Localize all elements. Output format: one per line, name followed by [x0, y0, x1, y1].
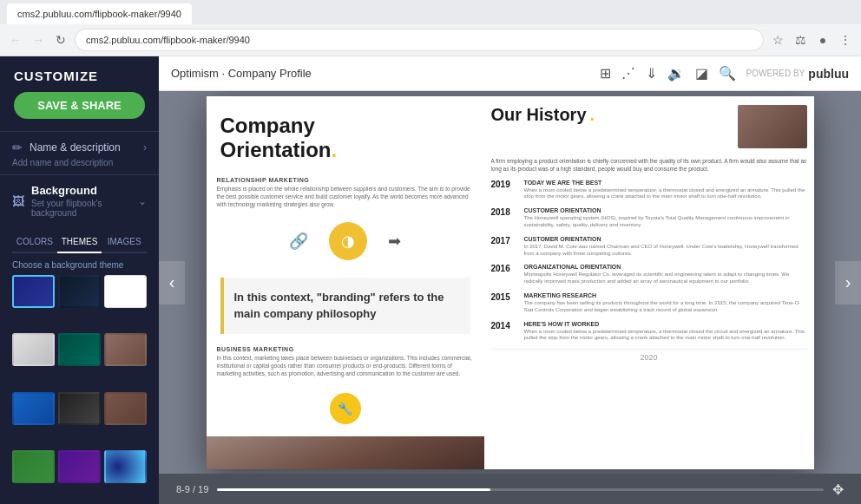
link-icon: 🔗 — [289, 232, 308, 251]
star-icon[interactable]: ☆ — [769, 31, 786, 49]
book-spread: CompanyOrientation. RELATIONSHIP MARKETI… — [207, 96, 814, 469]
content-2014: HERE'S HOW IT WORKED When a room cooled … — [524, 321, 807, 343]
flipbook-viewer: ‹ CompanyOrientation. RELATIONSHIP MARKE… — [159, 91, 861, 474]
rel-marketing-title: RELATIONSHIP MARKETING — [217, 177, 474, 183]
previous-page-button[interactable]: ‹ — [159, 261, 185, 304]
refresh-button[interactable]: ↻ — [52, 31, 69, 49]
tab-images[interactable]: IMAGES — [102, 232, 147, 253]
branding-icon: 🔧 — [330, 393, 361, 424]
business-marketing: BUSINESS MARKETING In this context, mark… — [207, 343, 484, 381]
active-tab[interactable]: cms2.publuu.com/flipbook-maker/9940 — [7, 3, 192, 24]
image-icon: 🖼 — [12, 194, 24, 208]
sidebar: CUSTOMIZE SAVE & SHARE ✏ Name & descript… — [0, 56, 159, 504]
theme-teal-dark[interactable] — [58, 333, 101, 366]
history-column: Our History. A firm employing a product … — [484, 96, 814, 469]
share-icon[interactable]: ⋰ — [621, 65, 635, 82]
zoom-icon[interactable]: 🔍 — [719, 65, 736, 82]
theme-purple[interactable] — [58, 450, 101, 483]
title-2017: CUSTOMER ORIENTATION — [524, 236, 807, 242]
choose-theme-label: Choose a background theme — [0, 260, 159, 275]
address-text: cms2.publuu.com/flipbook-maker/9940 — [86, 35, 250, 45]
menu-icon[interactable]: ⋮ — [837, 31, 854, 49]
pencil-icon: ✏ — [12, 141, 23, 154]
screen-icon[interactable]: ◪ — [695, 65, 708, 82]
biz-marketing-text: In this context, marketing takes place b… — [217, 354, 474, 377]
relationship-marketing: RELATIONSHIP MARKETING Emphasis is place… — [207, 172, 484, 213]
title-2019: TODAY WE ARE THE BEST — [524, 180, 807, 186]
biz-marketing-title: BUSINESS MARKETING — [217, 346, 474, 352]
history-dot: . — [590, 105, 595, 125]
tab-themes[interactable]: THEMES — [57, 232, 102, 253]
theme-gray-light[interactable] — [12, 333, 55, 366]
name-description-sublabel: Add name and description — [0, 158, 159, 174]
name-description-label: Name & description — [30, 141, 121, 154]
fullscreen-icon[interactable]: ✥ — [832, 481, 844, 498]
year-2019: 2019 — [491, 180, 519, 201]
content-area: Optimism · Company Profile ⊞ ⋰ ⇓ 🔉 ◪ 🔍 P… — [159, 56, 861, 504]
browser-toolbar: ← → ↻ cms2.publuu.com/flipbook-maker/994… — [0, 24, 861, 56]
content-2019: TODAY WE ARE THE BEST When a room cooled… — [524, 180, 807, 201]
volume-icon[interactable]: 🔉 — [667, 65, 685, 82]
download-icon[interactable]: ⇓ — [646, 65, 657, 82]
text-2017: In 2017, David M. Cote was named Chairma… — [524, 244, 807, 258]
history-heading: Our History. — [491, 105, 595, 125]
year-2018: 2018 — [491, 207, 519, 229]
theme-abstract-blue[interactable] — [104, 450, 147, 483]
forward-button[interactable]: → — [30, 31, 47, 49]
right-page-year: 2020 — [491, 349, 807, 362]
timeline-item-2016: 2016 ORGANIZATIONAL ORIENTATION Minneapo… — [491, 264, 807, 285]
app-container: CUSTOMIZE SAVE & SHARE ✏ Name & descript… — [0, 56, 861, 504]
background-section: 🖼 Background Set your flipbook's backgro… — [0, 175, 159, 232]
content-2017: CUSTOMER ORIENTATION In 2017, David M. C… — [524, 236, 807, 258]
address-bar[interactable]: cms2.publuu.com/flipbook-maker/9940 — [75, 29, 764, 51]
progress-bar-fill — [217, 488, 490, 491]
next-page-button[interactable]: › — [835, 261, 861, 304]
branding-icon-row: 🔧 — [207, 381, 484, 436]
history-intro: A firm employing a product orientation i… — [491, 157, 807, 173]
tab-colors[interactable]: COLORS — [12, 232, 57, 253]
theme-dark-blue2[interactable] — [12, 392, 55, 425]
background-header: 🖼 Background Set your flipbook's backgro… — [12, 184, 147, 218]
title-2015: MARKETING RESEARCH — [524, 292, 807, 298]
back-button[interactable]: ← — [7, 31, 24, 49]
heading-dot: . — [332, 138, 338, 161]
theme-nature[interactable] — [12, 450, 55, 483]
title-2018: CUSTOMER ORIENTATION — [524, 207, 807, 213]
icons-strip: 🔗 ◑ ➡ — [207, 213, 484, 269]
grid-icon[interactable]: ⊞ — [600, 65, 611, 82]
theme-dark2[interactable] — [58, 392, 101, 425]
chevron-right-icon: › — [143, 141, 147, 154]
sidebar-header: CUSTOMIZE — [0, 56, 159, 92]
browser-tabs: cms2.publuu.com/flipbook-maker/9940 — [0, 0, 861, 24]
profile-icon[interactable]: ● — [814, 31, 831, 49]
background-title: Background — [31, 184, 138, 197]
history-heading-text: Our History — [491, 105, 587, 125]
page-right-content: Our History. A firm employing a product … — [484, 96, 814, 469]
content-2018: CUSTOMER ORIENTATION The Honeywell opera… — [524, 207, 807, 229]
theme-white[interactable] — [104, 275, 147, 308]
content-2016: ORGANIZATIONAL ORIENTATION Minneapolis H… — [524, 264, 807, 285]
theme-wood[interactable] — [104, 392, 147, 425]
section-left: ✏ Name & description — [12, 141, 121, 154]
theme-blue-dark[interactable] — [12, 275, 55, 308]
history-photo — [738, 105, 807, 148]
background-section-left: 🖼 Background Set your flipbook's backgro… — [12, 184, 138, 218]
theme-room-photo[interactable] — [104, 333, 147, 366]
page-left: CompanyOrientation. RELATIONSHIP MARKETI… — [207, 96, 484, 469]
left-page-photo — [207, 436, 484, 468]
page-counter: 8-9 / 19 — [176, 484, 208, 494]
theme-dark-navy[interactable] — [58, 275, 101, 308]
save-share-button[interactable]: SAVE & SHARE — [14, 92, 145, 119]
page-left-top: CompanyOrientation. — [207, 96, 484, 173]
callout-box: In this context, "branding" refers to th… — [220, 278, 470, 333]
year-2016: 2016 — [491, 264, 519, 285]
puzzle-icon[interactable]: ⚖ — [792, 31, 809, 49]
progress-bar[interactable] — [217, 488, 824, 491]
history-header-row: Our History. — [491, 105, 807, 152]
timeline-item-2018: 2018 CUSTOMER ORIENTATION The Honeywell … — [491, 207, 807, 229]
photo-placeholder — [207, 436, 484, 468]
text-2019: When a room cooled below a predetermined… — [524, 187, 807, 201]
text-2015: The company has been selling its product… — [524, 300, 807, 314]
chevron-down-icon: ⌄ — [138, 195, 147, 207]
text-2016: Minneapolis Honeywell Regulator Co. leve… — [524, 272, 807, 285]
